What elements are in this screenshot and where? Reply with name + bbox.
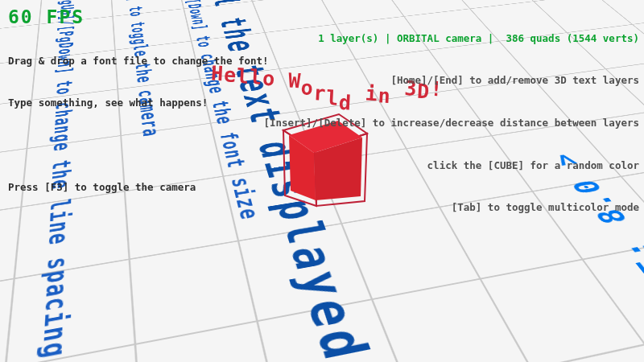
hud-camera-hint: Press [F3] to toggle the camera [8, 181, 269, 195]
hud-drag-drop-hint: Drag & drop a font file to change the fo… [8, 55, 269, 68]
app-window: [F2] to make the camera bouncy [F1] to m… [0, 0, 644, 362]
hud-multicolor-hint: [Tab] to toggle multicolor mode [263, 201, 639, 215]
hud-right-help: 1 layer(s) | ORBITAL camera | 386 quads … [263, 5, 639, 244]
hud-left-help: Drag & drop a font file to change the fo… [8, 27, 269, 223]
hud-type-hint: Type something, see what happens! [8, 97, 269, 110]
hud-cube-click-hint: click the [CUBE] for a random color [263, 159, 639, 173]
hud-spacer [8, 139, 269, 152]
hud-layers-hint: [Home]/[End] to add/remove 3D text layer… [263, 74, 639, 88]
hud-layer-distance-hint: [Insert]/[Delete] to increase/decrease d… [263, 117, 639, 130]
stats-line: 1 layer(s) | ORBITAL camera | 386 quads … [263, 32, 639, 46]
fps-counter: 60 FPS [8, 5, 85, 30]
